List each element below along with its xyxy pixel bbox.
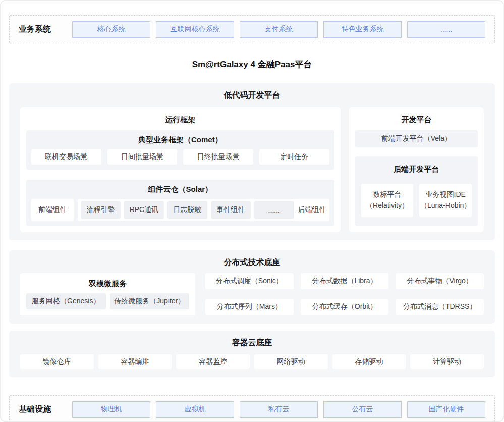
chip-public-cloud: 公有云 <box>323 401 402 418</box>
business-systems-chips: 核心系统 互联网核心系统 支付系统 特色业务系统 ...... <box>72 21 485 38</box>
business-systems-label: 业务系统 <box>19 24 72 35</box>
chip-internet-core-system: 互联网核心系统 <box>156 21 234 38</box>
backend-dev-chips: 数标平台 （Relativity） 业务视图IDE （Luna-Robin） <box>361 184 472 217</box>
container-cloud-chips: 镜像仓库 容器编排 容器监控 网络驱动 存储驱动 计算驱动 <box>20 354 484 369</box>
chip-event-component: 事件组件 <box>211 201 251 219</box>
comet-framework-box: 典型业务框架（Comet） 联机交易场景 日间批量场景 日终批量场景 定时任务 <box>26 130 334 170</box>
solar-inner-strip: 流程引擎 RPC通讯 日志脱敏 事件组件 ...... 后端组件 <box>78 199 329 221</box>
chip-special-business-system: 特色业务系统 <box>323 21 402 38</box>
business-systems-row: 业务系统 核心系统 互联网核心系统 支付系统 特色业务系统 ...... <box>9 15 495 43</box>
chip-distributed-data-libra: 分布式数据（Libra） <box>301 273 389 289</box>
section-distributed-base: 分布式技术底座 双模微服务 服务网格（Genesis） 传统微服务（Jupite… <box>9 250 495 324</box>
chip-backend-component: 后端组件 <box>298 205 326 215</box>
chip-scheduled-task: 定时任务 <box>259 149 329 165</box>
chip-traditional-microservice-jupiter: 传统微服务（Jupiter） <box>110 293 190 309</box>
comet-title: 典型业务框架（Comet） <box>31 135 329 144</box>
infrastructure-row: 基础设施 物理机 虚拟机 私有云 公有云 国产化硬件 <box>9 395 495 422</box>
infrastructure-chips: 物理机 虚拟机 私有云 公有云 国产化硬件 <box>72 401 485 418</box>
chip-distributed-cache-orbit: 分布式缓存（Orbit） <box>301 299 389 315</box>
chip-log-masking: 日志脱敏 <box>167 201 207 219</box>
chip-compute-driver: 计算驱动 <box>410 354 484 369</box>
chip-rpc-communication: RPC通讯 <box>124 201 164 219</box>
chip-distributed-transaction-virgo: 分布式事物（Virgo） <box>396 273 484 289</box>
container-cloud-title: 容器云底座 <box>20 338 484 347</box>
chip-eod-batch: 日终批量场景 <box>183 149 253 165</box>
solar-title: 组件云仓（Solar） <box>31 185 329 194</box>
chip-distributed-scheduling-sonic: 分布式调度（Sonic） <box>205 273 294 289</box>
chip-virtual-machine: 虚拟机 <box>156 401 234 418</box>
chip-data-standard-platform-relativity: 数标平台 （Relativity） <box>361 184 414 217</box>
chip-physical-machine: 物理机 <box>72 401 150 418</box>
chip-process-engine: 流程引擎 <box>81 201 121 219</box>
backend-dev-platform-box: 后端开发平台 数标平台 （Relativity） 业务视图IDE （Luna-R… <box>355 156 478 226</box>
chip-line1: 数标平台 <box>373 189 402 200</box>
distributed-grid: 分布式调度（Sonic） 分布式数据（Libra） 分布式事物（Virgo） 分… <box>205 273 484 315</box>
chip-service-mesh-genesis: 服务网格（Genesis） <box>26 293 106 309</box>
distributed-content: 双模微服务 服务网格（Genesis） 传统微服务（Jupiter） 分布式调度… <box>20 273 484 315</box>
chip-line2: （Relativity） <box>366 200 409 212</box>
architecture-diagram: 业务系统 核心系统 互联网核心系统 支付系统 特色业务系统 ...... Sm@… <box>0 0 504 422</box>
chip-frontend-component: 前端组件 <box>31 199 74 221</box>
chip-business-ellipsis: ...... <box>407 21 485 38</box>
chip-business-view-ide-luna-robin: 业务视图IDE （Luna-Robin） <box>419 184 472 217</box>
chip-distributed-sequence-mars: 分布式序列（Mars） <box>205 299 294 315</box>
chip-core-system: 核心系统 <box>72 21 150 38</box>
page-title: Sm@rtGalaxy 4 金融Paas平台 <box>9 59 495 70</box>
chip-container-monitoring: 容器监控 <box>176 354 250 369</box>
chip-line2: （Luna-Robin） <box>420 200 471 212</box>
runtime-framework-panel: 运行框架 典型业务框架（Comet） 联机交易场景 日间批量场景 日终批量场景 … <box>20 107 341 232</box>
chip-network-driver: 网络驱动 <box>254 354 328 369</box>
chip-line1: 业务视图IDE <box>426 189 466 200</box>
chip-online-transaction: 联机交易场景 <box>31 149 101 165</box>
dev-platform-panel: 开发平台 前端开发平台（Vela） 后端开发平台 数标平台 （Relativit… <box>349 107 484 232</box>
chip-storage-driver: 存储驱动 <box>332 354 406 369</box>
lowcode-title: 低代码开发平台 <box>20 90 484 100</box>
chip-private-cloud: 私有云 <box>240 401 318 418</box>
chip-frontend-dev-platform-vela: 前端开发平台（Vela） <box>355 130 478 147</box>
dual-mode-title: 双模微服务 <box>26 279 189 288</box>
distributed-title: 分布式技术底座 <box>20 257 484 267</box>
chip-distributed-message-tdrss: 分布式消息（TDRSS） <box>396 299 484 315</box>
dual-mode-microservice-box: 双模微服务 服务网格（Genesis） 传统微服务（Jupiter） <box>20 273 195 315</box>
section-container-cloud: 容器云底座 镜像仓库 容器编排 容器监控 网络驱动 存储驱动 计算驱动 <box>9 331 495 377</box>
chip-image-repository: 镜像仓库 <box>20 354 94 369</box>
solar-warehouse-box: 组件云仓（Solar） 前端组件 流程引擎 RPC通讯 日志脱敏 事件组件 ..… <box>26 180 334 226</box>
runtime-framework-title: 运行框架 <box>26 113 334 130</box>
dual-mode-chips: 服务网格（Genesis） 传统微服务（Jupiter） <box>26 293 189 309</box>
chip-domestic-hardware: 国产化硬件 <box>407 401 485 418</box>
section-lowcode-platform: 低代码开发平台 运行框架 典型业务框架（Comet） 联机交易场景 日间批量场景… <box>9 83 495 240</box>
backend-dev-platform-title: 后端开发平台 <box>361 165 472 174</box>
dev-platform-title: 开发平台 <box>355 113 478 130</box>
infrastructure-label: 基础设施 <box>19 404 72 415</box>
solar-chips: 前端组件 流程引擎 RPC通讯 日志脱敏 事件组件 ...... 后端组件 <box>31 199 329 221</box>
chip-solar-ellipsis: ...... <box>254 201 294 219</box>
lowcode-content: 运行框架 典型业务框架（Comet） 联机交易场景 日间批量场景 日终批量场景 … <box>20 107 484 232</box>
chip-payment-system: 支付系统 <box>240 21 318 38</box>
comet-chips: 联机交易场景 日间批量场景 日终批量场景 定时任务 <box>31 149 329 165</box>
chip-intraday-batch: 日间批量场景 <box>107 149 178 165</box>
chip-container-orchestration: 容器编排 <box>98 354 172 369</box>
